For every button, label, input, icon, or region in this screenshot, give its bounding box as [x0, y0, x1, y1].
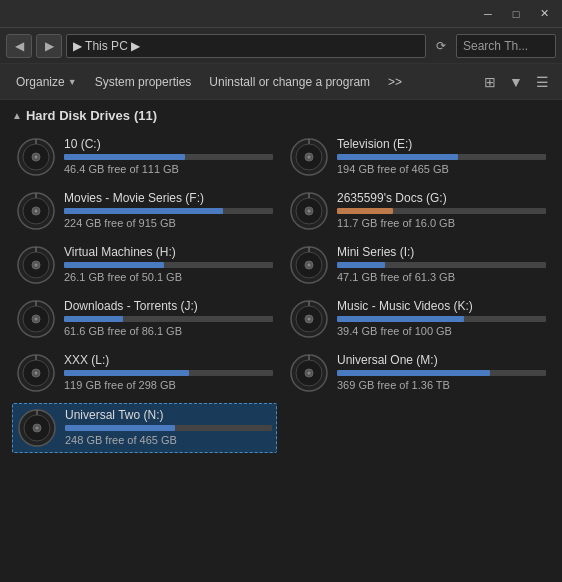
drive-name: Universal Two (N:) — [65, 408, 272, 422]
more-button[interactable]: >> — [380, 69, 410, 95]
search-placeholder: Search Th... — [463, 39, 528, 53]
drive-icon — [289, 353, 329, 393]
drive-bar-container — [64, 262, 273, 268]
drive-bar — [65, 425, 175, 431]
drive-bar-container — [337, 316, 546, 322]
drive-bar-container — [64, 154, 273, 160]
drive-item[interactable]: Universal One (M:)369 GB free of 1.36 TB — [285, 349, 550, 397]
svg-point-38 — [308, 318, 311, 321]
drive-item[interactable]: Television (E:)194 GB free of 465 GB — [285, 133, 550, 181]
refresh-button[interactable]: ⟳ — [430, 35, 452, 57]
drive-info: Movies - Movie Series (F:)224 GB free of… — [64, 191, 273, 229]
svg-point-48 — [308, 372, 311, 375]
drive-bar — [64, 262, 164, 268]
drive-bar — [337, 262, 385, 268]
drive-bar — [64, 208, 223, 214]
minimize-button[interactable]: ─ — [474, 4, 502, 24]
drive-icon — [289, 191, 329, 231]
drive-bar-container — [337, 208, 546, 214]
drive-free: 369 GB free of 1.36 TB — [337, 379, 546, 391]
back-button[interactable]: ◀ — [6, 34, 32, 58]
drive-item[interactable]: 2635599's Docs (G:)11.7 GB free of 16.0 … — [285, 187, 550, 235]
drive-item[interactable]: Music - Music Videos (K:)39.4 GB free of… — [285, 295, 550, 343]
drive-bar — [337, 316, 464, 322]
section-toggle-icon[interactable]: ▲ — [12, 110, 22, 121]
drive-item[interactable]: 10 (C:)46.4 GB free of 111 GB — [12, 133, 277, 181]
svg-point-23 — [35, 264, 38, 267]
drive-bar-container — [337, 262, 546, 268]
drive-info: Downloads - Torrents (J:)61.6 GB free of… — [64, 299, 273, 337]
drive-bar-container — [64, 316, 273, 322]
uninstall-button[interactable]: Uninstall or change a program — [201, 69, 378, 95]
drive-info: 2635599's Docs (G:)11.7 GB free of 16.0 … — [337, 191, 546, 229]
drive-info: Television (E:)194 GB free of 465 GB — [337, 137, 546, 175]
window-controls: ─ □ ✕ — [474, 4, 558, 24]
section-count: (11) — [134, 108, 157, 123]
drive-bar — [337, 208, 393, 214]
drive-name: Television (E:) — [337, 137, 546, 151]
address-path[interactable]: ▶ This PC ▶ — [66, 34, 426, 58]
drive-info: Virtual Machines (H:)26.1 GB free of 50.… — [64, 245, 273, 283]
drive-bar-container — [64, 370, 273, 376]
drive-bar-container — [64, 208, 273, 214]
drive-icon — [289, 245, 329, 285]
drive-item[interactable]: XXX (L:)119 GB free of 298 GB — [12, 349, 277, 397]
svg-point-18 — [308, 210, 311, 213]
drive-info: Universal Two (N:)248 GB free of 465 GB — [65, 408, 272, 446]
view-icon-button[interactable]: ⊞ — [478, 71, 502, 93]
drive-icon — [16, 191, 56, 231]
svg-point-28 — [308, 264, 311, 267]
drive-name: 10 (C:) — [64, 137, 273, 151]
drive-icon — [16, 245, 56, 285]
drive-name: 2635599's Docs (G:) — [337, 191, 546, 205]
svg-point-8 — [308, 156, 311, 159]
svg-point-3 — [35, 156, 38, 159]
forward-button[interactable]: ▶ — [36, 34, 62, 58]
toolbar-right: ⊞ ▼ ☰ — [478, 71, 554, 93]
drive-bar-container — [337, 370, 546, 376]
search-box[interactable]: Search Th... — [456, 34, 556, 58]
drive-info: 10 (C:)46.4 GB free of 111 GB — [64, 137, 273, 175]
drive-icon — [289, 299, 329, 339]
svg-point-13 — [35, 210, 38, 213]
section-title: Hard Disk Drives — [26, 108, 130, 123]
section-header: ▲ Hard Disk Drives (11) — [12, 108, 550, 123]
drive-item[interactable]: Universal Two (N:)248 GB free of 465 GB — [12, 403, 277, 453]
organize-button[interactable]: Organize ▼ — [8, 69, 85, 95]
drive-item[interactable]: Virtual Machines (H:)26.1 GB free of 50.… — [12, 241, 277, 289]
more-label: >> — [388, 75, 402, 89]
drives-grid: 10 (C:)46.4 GB free of 111 GB Television… — [12, 133, 550, 453]
drive-free: 248 GB free of 465 GB — [65, 434, 272, 446]
maximize-button[interactable]: □ — [502, 4, 530, 24]
path-text: ▶ This PC ▶ — [73, 39, 140, 53]
drive-free: 46.4 GB free of 111 GB — [64, 163, 273, 175]
view-dropdown-button[interactable]: ▼ — [504, 71, 528, 93]
drive-info: XXX (L:)119 GB free of 298 GB — [64, 353, 273, 391]
drive-bar — [64, 154, 185, 160]
svg-point-53 — [36, 427, 39, 430]
toolbar: Organize ▼ System properties Uninstall o… — [0, 64, 562, 100]
details-view-button[interactable]: ☰ — [530, 71, 554, 93]
drive-name: Virtual Machines (H:) — [64, 245, 273, 259]
title-bar: ─ □ ✕ — [0, 0, 562, 28]
drive-info: Universal One (M:)369 GB free of 1.36 TB — [337, 353, 546, 391]
drive-name: Movies - Movie Series (F:) — [64, 191, 273, 205]
drive-item[interactable]: Downloads - Torrents (J:)61.6 GB free of… — [12, 295, 277, 343]
drive-name: Music - Music Videos (K:) — [337, 299, 546, 313]
system-properties-label: System properties — [95, 75, 192, 89]
drive-bar-container — [65, 425, 272, 431]
drive-icon — [16, 299, 56, 339]
drive-icon — [17, 408, 57, 448]
drive-item[interactable]: Movies - Movie Series (F:)224 GB free of… — [12, 187, 277, 235]
drive-item[interactable]: Mini Series (I:)47.1 GB free of 61.3 GB — [285, 241, 550, 289]
drive-free: 26.1 GB free of 50.1 GB — [64, 271, 273, 283]
close-button[interactable]: ✕ — [530, 4, 558, 24]
drive-icon — [16, 137, 56, 177]
drive-name: XXX (L:) — [64, 353, 273, 367]
drive-bar — [337, 370, 490, 376]
drive-bar — [64, 316, 123, 322]
drive-free: 194 GB free of 465 GB — [337, 163, 546, 175]
drive-icon — [289, 137, 329, 177]
system-properties-button[interactable]: System properties — [87, 69, 200, 95]
address-bar: ◀ ▶ ▶ This PC ▶ ⟳ Search Th... — [0, 28, 562, 64]
